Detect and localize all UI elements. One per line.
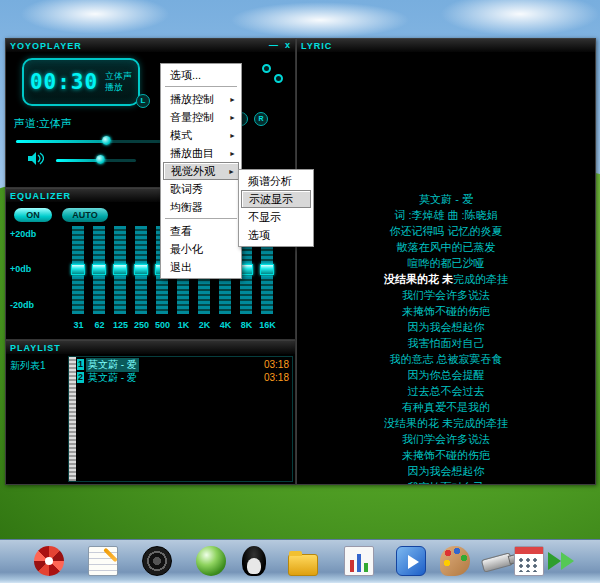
freq-label: 125: [110, 320, 131, 330]
eq-band-slider[interactable]: [114, 226, 126, 314]
minimize-button[interactable]: —: [269, 40, 279, 51]
lyric-line: 喧哗的都已沙哑: [297, 255, 595, 271]
audio-disc-icon[interactable]: [142, 546, 172, 576]
usb-drive-icon[interactable]: [481, 552, 513, 572]
volume-knob[interactable]: [96, 155, 105, 164]
eq-band-slider[interactable]: [135, 226, 147, 314]
menu-item-label: 查看: [170, 225, 192, 237]
freq-label: 16K: [257, 320, 278, 330]
lyric-line-current: 没结果的花 未完成的牵挂: [297, 271, 595, 287]
eq-on-button[interactable]: ON: [14, 208, 52, 222]
skin-dot-button[interactable]: [262, 64, 271, 73]
menu-item-label: 播放曲目: [170, 147, 214, 159]
track-title: 莫文蔚 - 爱: [86, 358, 139, 372]
menu-item-exit[interactable]: 退出: [163, 258, 239, 276]
menu-item-mode[interactable]: 模式►: [163, 126, 239, 144]
freq-label: 31: [68, 320, 89, 330]
playlist-titlebar[interactable]: PLAYLIST: [6, 341, 295, 354]
menu-item-minimize[interactable]: 最小化: [163, 240, 239, 258]
freq-label: 500: [152, 320, 173, 330]
karaoke-rest-text: 完成的牵挂: [453, 273, 508, 285]
lyric-line: 你还记得吗 记忆的炎夏: [297, 223, 595, 239]
green-sphere-icon[interactable]: [196, 546, 226, 576]
db-label: -20db: [10, 300, 34, 310]
r-button[interactable]: R: [254, 112, 268, 126]
tux-penguin-icon[interactable]: [242, 546, 266, 576]
menu-item-view[interactable]: 查看: [163, 222, 239, 240]
eq-band-handle[interactable]: [92, 264, 106, 275]
player-title: YOYOPLAYER: [10, 41, 82, 51]
chart-presentation-icon[interactable]: [344, 546, 374, 576]
submenu-item-spectrum[interactable]: 频谱分析: [241, 172, 311, 190]
submenu-arrow-icon: ►: [229, 109, 236, 127]
eq-band-handle[interactable]: [134, 264, 148, 275]
volume-slider[interactable]: [56, 159, 136, 162]
freq-label: 250: [131, 320, 152, 330]
play-state-label: 播放: [105, 82, 132, 93]
submenu-item-options[interactable]: 选项: [241, 226, 311, 244]
menu-item-lyric-show[interactable]: 歌词秀: [163, 180, 239, 198]
blue-media-player-icon[interactable]: [396, 546, 426, 576]
playlist-row[interactable]: 1 莫文蔚 - 爱 03:18: [77, 358, 292, 371]
lyric-line: 来掩饰不碰的伤疤: [297, 303, 595, 319]
menu-item-play-track[interactable]: 播放曲目►: [163, 144, 239, 162]
eq-band-slider[interactable]: [93, 226, 105, 314]
menu-item-options[interactable]: 选项...: [163, 66, 239, 84]
playlist-title: PLAYLIST: [10, 343, 61, 353]
menu-item-label: 不显示: [248, 211, 281, 223]
context-menu: 选项... 播放控制► 音量控制► 模式► 播放曲目► 视觉外观► 歌词秀 均衡…: [160, 63, 242, 279]
progress-fill: [16, 140, 106, 143]
player-titlebar[interactable]: YOYOPLAYER — x: [6, 39, 295, 52]
lyric-line: 有种真爱不是我的: [297, 399, 595, 415]
playlist-scrollbar[interactable]: [69, 357, 76, 481]
lyric-line: 过去总不会过去: [297, 383, 595, 399]
menu-item-visual-appearance[interactable]: 视觉外观►: [163, 162, 239, 180]
track-time: 03:18: [264, 359, 289, 370]
close-button[interactable]: x: [285, 40, 291, 51]
l-button[interactable]: L: [136, 94, 150, 108]
menu-item-volume-control[interactable]: 音量控制►: [163, 108, 239, 126]
eq-band-slider[interactable]: [72, 226, 84, 314]
dock-bar: [0, 539, 600, 583]
submenu-item-no-display[interactable]: 不显示: [241, 208, 311, 226]
karaoke-done-text: 没结果的花 未: [384, 273, 453, 285]
menu-item-label: 均衡器: [170, 201, 203, 213]
playlist-list: 1 莫文蔚 - 爱 03:18 2 莫文蔚 - 爱 03:18: [68, 356, 293, 482]
menu-item-label: 选项: [248, 229, 270, 241]
folder-icon[interactable]: [288, 554, 318, 576]
notepad-editor-icon[interactable]: [88, 546, 118, 576]
eq-auto-button[interactable]: AUTO: [62, 208, 108, 222]
playlist-row[interactable]: 2 莫文蔚 - 爱 03:18: [77, 371, 292, 384]
lyric-line: 我害怕面对自己: [297, 335, 595, 351]
eq-band-handle[interactable]: [113, 264, 127, 275]
lyric-titlebar[interactable]: LYRIC: [297, 39, 595, 52]
submenu-arrow-icon: ►: [229, 127, 236, 145]
track-index: 2: [77, 372, 84, 383]
lyric-line: 我们学会许多说法: [297, 431, 595, 447]
submenu-arrow-icon: ►: [229, 145, 236, 163]
lyric-line: 莫文蔚 - 爱: [297, 191, 595, 207]
eq-band-handle[interactable]: [260, 264, 274, 275]
menu-separator: [165, 86, 237, 88]
red-pinwheel-icon[interactable]: [34, 546, 64, 576]
green-arrows-icon[interactable]: [548, 546, 578, 576]
paint-palette-icon[interactable]: [440, 546, 470, 576]
progress-knob[interactable]: [102, 136, 111, 145]
menu-item-equalizer[interactable]: 均衡器: [163, 198, 239, 216]
lyric-line: 因为你总会提醒: [297, 367, 595, 383]
eq-band-handle[interactable]: [71, 264, 85, 275]
track-time: 03:18: [264, 372, 289, 383]
lyric-line: 我害怕面对自己: [297, 479, 595, 485]
playlist-tab[interactable]: 新列表1: [10, 359, 46, 373]
submenu-item-oscilloscope[interactable]: 示波显示: [241, 190, 311, 208]
menu-item-playback-control[interactable]: 播放控制►: [163, 90, 239, 108]
freq-label: 2K: [194, 320, 215, 330]
channel-label: 声道:立体声: [14, 116, 72, 131]
speaker-icon: [28, 152, 44, 165]
cloud: [230, 2, 410, 38]
menu-item-label: 退出: [170, 261, 192, 273]
skin-dot-button[interactable]: [274, 74, 283, 83]
calendar-icon[interactable]: [514, 546, 544, 576]
freq-label: 8K: [236, 320, 257, 330]
menu-item-label: 选项...: [170, 69, 201, 81]
